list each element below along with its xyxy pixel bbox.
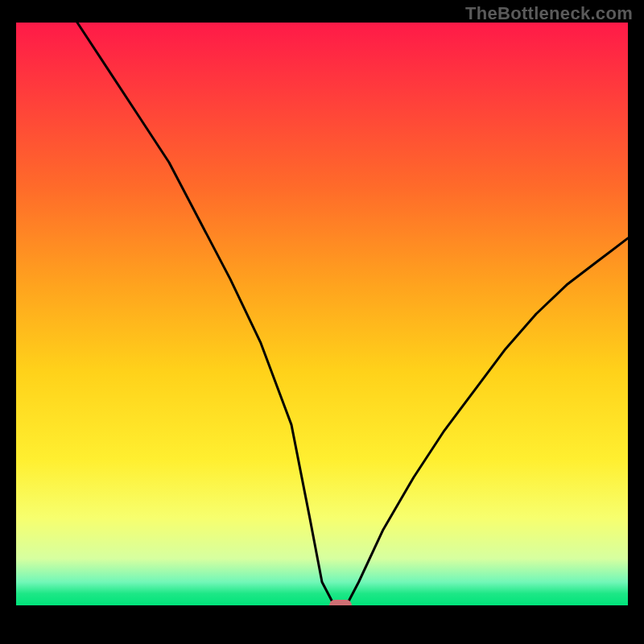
curve-svg <box>16 23 628 605</box>
plot-area <box>16 23 628 605</box>
chart-frame: TheBottleneck.com <box>0 0 644 644</box>
bottleneck-curve-path <box>77 23 628 605</box>
bottom-border <box>16 605 628 628</box>
watermark-text: TheBottleneck.com <box>465 3 633 24</box>
